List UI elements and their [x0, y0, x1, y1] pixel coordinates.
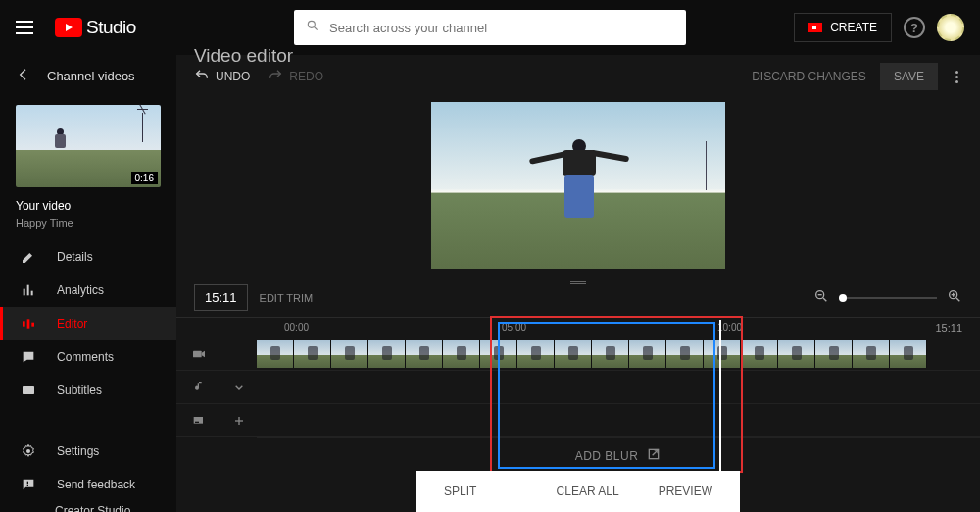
subtitles-icon: [20, 382, 37, 399]
edit-trim-button[interactable]: EDIT TRIM: [260, 292, 314, 304]
your-video-label: Your video: [0, 195, 176, 217]
youtube-icon: [55, 18, 82, 37]
svg-rect-6: [27, 319, 30, 328]
pencil-icon: [20, 248, 37, 266]
split-button[interactable]: SPLIT: [444, 485, 476, 498]
end-time-label: 15:11: [935, 322, 962, 333]
sidebar-item-details[interactable]: Details: [0, 240, 176, 274]
svg-rect-10: [27, 482, 28, 485]
drag-handle-icon[interactable]: [570, 281, 586, 284]
sidebar-item-subtitles[interactable]: Subtitles: [0, 374, 176, 407]
svg-line-19: [956, 298, 959, 301]
hamburger-menu-icon[interactable]: [16, 16, 39, 39]
video-title: Happy Time: [0, 217, 176, 240]
avatar[interactable]: [937, 14, 964, 41]
editor-content: Video editor UNDO REDO DISCARD CHANGES S…: [176, 55, 980, 512]
sidebar-item-classic[interactable]: Creator Studio Classic: [0, 501, 176, 512]
svg-rect-2: [24, 289, 25, 296]
discard-button[interactable]: DISCARD CHANGES: [752, 70, 866, 83]
svg-rect-4: [31, 291, 33, 296]
analytics-icon: [20, 282, 37, 299]
undo-button[interactable]: UNDO: [194, 68, 250, 86]
editor-icon: [20, 315, 37, 333]
sidebar-item-settings[interactable]: Settings: [0, 435, 176, 468]
camera-icon: [808, 23, 822, 32]
clear-all-button[interactable]: CLEAR ALL: [557, 485, 619, 498]
gear-icon: [20, 442, 37, 460]
sidebar-item-comments[interactable]: Comments: [0, 340, 176, 374]
video-track[interactable]: [176, 337, 980, 371]
more-options-icon[interactable]: [952, 67, 962, 87]
svg-rect-5: [23, 321, 25, 326]
film-strip[interactable]: [257, 340, 980, 368]
logo-text: Studio: [86, 17, 136, 38]
search-input[interactable]: [329, 21, 674, 35]
studio-logo[interactable]: Studio: [55, 17, 136, 38]
time-ruler[interactable]: 00:00 05:00 10:00 15:11: [176, 318, 980, 337]
svg-line-15: [823, 298, 826, 301]
video-preview[interactable]: [431, 102, 725, 269]
svg-rect-22: [195, 421, 199, 422]
help-icon[interactable]: ?: [904, 17, 925, 38]
search-icon: [306, 19, 319, 36]
video-thumbnail[interactable]: 0:16: [16, 105, 161, 187]
zoom-slider[interactable]: [839, 297, 937, 299]
sidebar-item-editor[interactable]: Editor: [0, 307, 176, 340]
thumbnail-duration: 0:16: [131, 172, 158, 184]
endscreen-track[interactable]: [176, 404, 980, 437]
current-time[interactable]: 15:11: [194, 284, 248, 311]
endscreen-icon: [176, 413, 221, 429]
create-button[interactable]: CREATE: [794, 13, 892, 42]
preview-button[interactable]: PREVIEW: [659, 485, 712, 498]
svg-rect-7: [31, 323, 34, 327]
redo-icon: [268, 68, 283, 86]
comments-icon: [20, 348, 37, 366]
sidebar: Channel videos 0:16 Your video Happy Tim…: [0, 55, 176, 512]
video-track-icon: [176, 346, 221, 362]
svg-line-1: [315, 27, 318, 30]
page-title: Video editor: [194, 45, 293, 67]
audio-track[interactable]: [176, 371, 980, 404]
save-button[interactable]: SAVE: [880, 63, 938, 90]
add-blur-button[interactable]: ADD BLUR: [257, 437, 980, 473]
back-to-channel-videos[interactable]: Channel videos: [0, 59, 176, 93]
arrow-left-icon: [16, 67, 31, 85]
zoom-out-icon[interactable]: [813, 288, 829, 308]
plus-icon[interactable]: [221, 413, 257, 429]
open-external-icon: [646, 446, 662, 465]
svg-point-9: [26, 449, 30, 453]
svg-point-0: [308, 21, 315, 27]
sidebar-item-analytics[interactable]: Analytics: [0, 274, 176, 307]
feedback-icon: [20, 476, 37, 493]
redo-button[interactable]: REDO: [268, 68, 323, 86]
svg-rect-3: [27, 285, 29, 296]
chevron-down-icon[interactable]: [221, 380, 257, 395]
sidebar-item-feedback[interactable]: Send feedback: [0, 468, 176, 501]
bottom-toolbar: SPLIT CLEAR ALL PREVIEW: [416, 471, 740, 512]
music-note-icon: [176, 380, 221, 395]
search-box[interactable]: [294, 10, 686, 45]
svg-rect-11: [27, 485, 28, 486]
undo-icon: [194, 68, 210, 86]
zoom-in-icon[interactable]: [947, 288, 962, 308]
svg-rect-20: [193, 350, 202, 357]
svg-rect-8: [23, 386, 34, 394]
